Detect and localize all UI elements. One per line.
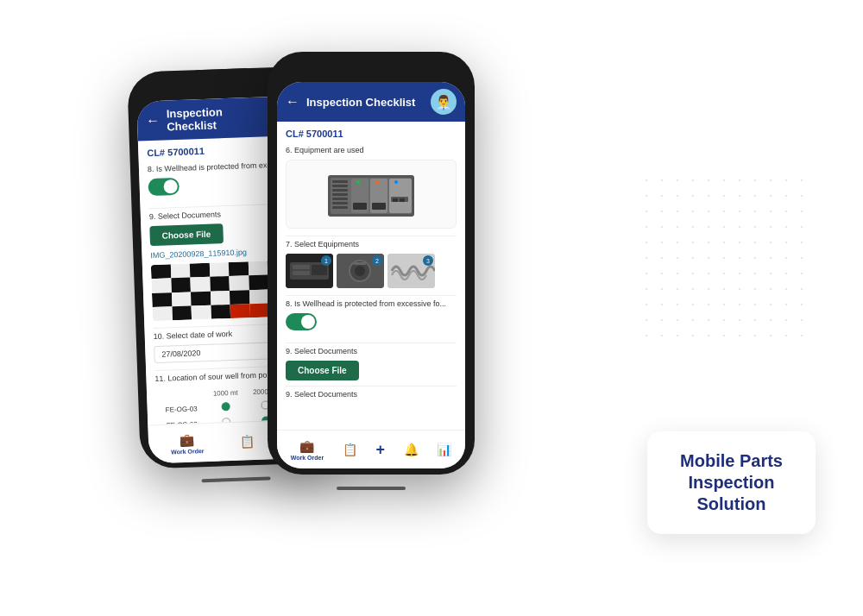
phone2-choose-file-btn[interactable]: Choose File bbox=[286, 361, 359, 380]
phone2-equipment-box bbox=[286, 160, 457, 229]
phone2-divider3 bbox=[286, 343, 457, 343]
phone1-home-indicator bbox=[202, 476, 271, 482]
phone1-checklist-icon: 📋 bbox=[239, 434, 255, 449]
phone2-toggle-container bbox=[286, 313, 457, 334]
svg-point-16 bbox=[394, 180, 398, 184]
phone2-toggle[interactable] bbox=[286, 313, 317, 330]
phone2-avatar: 👨‍💼 bbox=[431, 89, 457, 115]
svg-rect-12 bbox=[353, 203, 367, 210]
phone1-nav-workorder-label: Work Order bbox=[171, 448, 205, 455]
phone2-app-content: CL# 5700011 6. Equipment are used bbox=[277, 122, 465, 430]
phone1-nav-workorder[interactable]: 💼 Work Order bbox=[170, 432, 204, 455]
phone2-checklist-icon: 📋 bbox=[343, 443, 357, 456]
svg-rect-3 bbox=[332, 185, 348, 187]
phone1-choose-file-btn[interactable]: Choose File bbox=[149, 223, 223, 246]
phone1-header-title: Inspection Checklist bbox=[166, 104, 268, 133]
phone2-q8-label: 8. Is Wellhead is protected from excessi… bbox=[286, 299, 457, 308]
svg-rect-23 bbox=[293, 271, 310, 275]
phone2-divider2 bbox=[286, 295, 457, 296]
phone2-add-icon: + bbox=[375, 441, 385, 459]
phone2-chart-icon: 📊 bbox=[437, 443, 451, 456]
phone2-app-header: ← Inspection Checklist 👨‍💼 bbox=[277, 82, 465, 122]
info-card: Mobile PartsInspectionSolution bbox=[647, 431, 816, 534]
phone2-home-indicator bbox=[337, 487, 406, 490]
phone1-row1-label: FE-OG-03 bbox=[157, 401, 205, 417]
phone2-header-title: Inspection Checklist bbox=[306, 96, 424, 109]
svg-rect-13 bbox=[372, 203, 386, 210]
phone1-radio-r1c1[interactable] bbox=[222, 402, 230, 411]
phone2-bell-icon: 🔔 bbox=[404, 443, 419, 456]
svg-rect-19 bbox=[400, 198, 405, 202]
phone1-notch bbox=[196, 68, 248, 82]
svg-rect-7 bbox=[332, 202, 348, 204]
phone-2: ← Inspection Checklist 👨‍💼 CL# 5700011 6… bbox=[268, 52, 475, 475]
phone2-nav-bell[interactable]: 🔔 bbox=[404, 443, 419, 456]
phone2-bottom-nav: 💼 Work Order 📋 + 🔔 📊 bbox=[277, 430, 465, 468]
dot-pattern-decoration bbox=[639, 173, 811, 345]
svg-rect-6 bbox=[332, 198, 348, 200]
phone2-screen: ← Inspection Checklist 👨‍💼 CL# 5700011 6… bbox=[277, 82, 465, 468]
phone2-thumb2-badge: 2 bbox=[372, 255, 382, 266]
phone1-workorder-icon: 💼 bbox=[180, 432, 195, 447]
svg-rect-28 bbox=[354, 262, 366, 265]
phone2-thumb-3[interactable]: 3 bbox=[387, 254, 435, 288]
svg-rect-11 bbox=[389, 179, 412, 213]
phone1-radio-header-1: 1000 mt bbox=[206, 387, 245, 399]
svg-rect-8 bbox=[332, 206, 348, 209]
phone2-divider4 bbox=[286, 386, 457, 387]
svg-point-14 bbox=[356, 180, 360, 184]
info-card-title: Mobile PartsInspectionSolution bbox=[671, 450, 791, 515]
phone2-q6-label: 6. Equipment are used bbox=[286, 146, 457, 154]
phone2-q7-label: 7. Select Equipments bbox=[286, 240, 457, 248]
phone2-nav-add[interactable]: + bbox=[375, 441, 385, 459]
page-container: ← Inspection Checklist 👨‍💼 CL# 5700011 8… bbox=[0, 0, 863, 616]
phone2-thumb-2[interactable]: 2 bbox=[337, 254, 384, 288]
phone2-divider1 bbox=[286, 236, 457, 236]
phone2-thumbnails: 1 2 bbox=[286, 254, 457, 288]
svg-rect-24 bbox=[312, 265, 327, 275]
phone2-nav-checklist[interactable]: 📋 bbox=[343, 443, 357, 456]
svg-point-15 bbox=[375, 180, 379, 184]
svg-rect-18 bbox=[393, 198, 398, 202]
svg-rect-22 bbox=[293, 265, 310, 269]
phone2-back-arrow[interactable]: ← bbox=[286, 94, 299, 110]
phone2-workorder-icon: 💼 bbox=[299, 439, 314, 453]
phone1-back-arrow[interactable]: ← bbox=[146, 113, 161, 129]
phone2-cl-number: CL# 5700011 bbox=[286, 129, 457, 139]
phone2-q9-docs-label: 9. Select Documents bbox=[286, 390, 457, 399]
svg-point-27 bbox=[355, 266, 365, 276]
phone2-thumb-1[interactable]: 1 bbox=[286, 254, 333, 288]
phone2-q9-label: 9. Select Documents bbox=[286, 347, 457, 355]
phone2-thumb1-badge: 1 bbox=[321, 255, 331, 266]
phone2-thumb3-badge: 3 bbox=[423, 255, 433, 266]
phone2-nav-workorder[interactable]: 💼 Work Order bbox=[291, 439, 324, 461]
svg-rect-5 bbox=[332, 193, 348, 196]
phone1-nav-checklist[interactable]: 📋 bbox=[239, 434, 255, 449]
phone2-equipment-svg bbox=[324, 167, 419, 223]
phone2-nav-chart[interactable]: 📊 bbox=[437, 443, 451, 456]
svg-rect-2 bbox=[332, 180, 348, 183]
phone2-notch bbox=[345, 52, 397, 64]
phone1-toggle[interactable] bbox=[148, 178, 180, 196]
phone2-nav-workorder-label: Work Order bbox=[291, 455, 324, 461]
svg-rect-4 bbox=[332, 189, 348, 192]
